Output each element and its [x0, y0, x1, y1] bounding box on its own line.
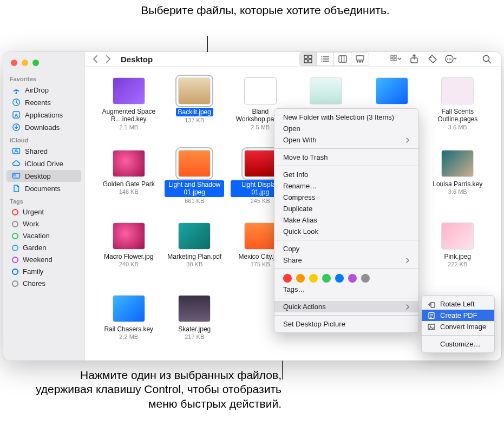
menu-item-label: Rename…: [283, 182, 317, 190]
callout-top: Выберите файлы, которые хотите объединит…: [141, 3, 390, 17]
sidebar-item-desktop[interactable]: Desktop: [6, 170, 81, 182]
tag-color-circle[interactable]: [283, 274, 292, 283]
tag-color-circle[interactable]: [322, 274, 331, 283]
sidebar-item-label: Applications: [25, 111, 63, 119]
tag-color-circle[interactable]: [348, 274, 357, 283]
menu-item-make-alias[interactable]: Make Alias: [274, 214, 418, 226]
sidebar-tag-weekend[interactable]: Weekend: [6, 254, 81, 265]
menu-item-tags[interactable]: Tags…: [274, 284, 418, 295]
sidebar-tag-vacation[interactable]: Vacation: [6, 230, 81, 241]
file-item[interactable]: Golden Gate Park146 KB: [96, 149, 162, 219]
quick-actions-submenu: Rotate LeftCreate PDFConvert ImageCustom…: [421, 295, 495, 353]
file-item[interactable]: Skater.jpeg217 KB: [162, 294, 228, 364]
chevron-right-icon: [405, 138, 410, 143]
menu-item-new-folder-with-selection-3-items[interactable]: New Folder with Selection (3 Items): [274, 112, 418, 123]
zoom-window-button[interactable]: [32, 60, 39, 66]
tag-dot-icon: [12, 269, 18, 275]
menu-item-share[interactable]: Share: [274, 254, 418, 266]
menu-item-rename[interactable]: Rename…: [274, 180, 418, 192]
submenu-item-rotate-left[interactable]: Rotate Left: [422, 298, 494, 310]
tag-button[interactable]: [426, 53, 440, 66]
menu-item-label: Make Alias: [283, 216, 317, 224]
submenu-item-label: Convert Image: [440, 323, 486, 331]
svg-point-18: [321, 61, 322, 62]
svg-rect-39: [431, 303, 435, 307]
tag-color-circle[interactable]: [361, 274, 370, 283]
view-icons-button[interactable]: [299, 53, 317, 66]
menu-item-duplicate[interactable]: Duplicate: [274, 203, 418, 214]
sidebar-item-shared[interactable]: Shared: [6, 145, 81, 157]
view-columns-button[interactable]: [334, 53, 351, 66]
menu-separator: [422, 335, 494, 336]
sidebar-item-recents[interactable]: Recents: [6, 96, 81, 108]
callout-bottom: Нажмите один из выбранных файлов, удержи…: [22, 368, 282, 411]
menu-separator: [274, 269, 418, 269]
file-thumbnail: [244, 77, 277, 104]
menu-item-label: Open With: [283, 136, 316, 144]
menu-item-copy[interactable]: Copy: [274, 243, 418, 254]
sidebar-item-airdrop[interactable]: AirDrop: [6, 84, 81, 96]
sidebar-tag-work[interactable]: Work: [6, 218, 81, 230]
context-menu: New Folder with Selection (3 Items)OpenO…: [274, 108, 419, 333]
menu-item-compress[interactable]: Compress: [274, 192, 418, 203]
sidebar-item-applications[interactable]: AApplications: [6, 109, 81, 121]
svg-rect-24: [359, 61, 361, 63]
view-list-button[interactable]: [317, 53, 334, 66]
menu-separator: [274, 148, 418, 149]
close-window-button[interactable]: [11, 60, 17, 66]
file-size: 2.1 MB: [119, 124, 138, 130]
file-item[interactable]: Backlit.jpeg137 KB: [162, 76, 228, 147]
submenu-item-create-pdf[interactable]: Create PDF: [422, 310, 494, 321]
svg-rect-23: [357, 61, 358, 63]
tag-color-circle[interactable]: [296, 274, 305, 283]
sidebar-tag-chores[interactable]: Chores: [6, 278, 81, 289]
back-button[interactable]: [93, 55, 99, 63]
file-item[interactable]: Macro Flower.jpg240 KB: [96, 221, 162, 292]
file-item[interactable]: Marketing Plan.pdf38 KB: [162, 221, 228, 292]
chevron-right-icon: [405, 304, 410, 310]
tag-color-circle[interactable]: [335, 274, 344, 283]
file-item[interactable]: Light and Shadow 01.jpeg661 KB: [162, 149, 228, 219]
file-item[interactable]: Louisa Parris.key3.6 MB: [425, 149, 491, 219]
group-by-button[interactable]: [389, 53, 403, 66]
desktop-icon: [12, 172, 21, 180]
view-gallery-button[interactable]: [351, 53, 369, 66]
svg-rect-11: [304, 60, 307, 63]
sidebar-tag-family[interactable]: Family: [6, 266, 81, 277]
file-item[interactable]: Augmented Space R…ined.key2.1 MB: [96, 76, 162, 147]
menu-item-get-info[interactable]: Get Info: [274, 169, 418, 180]
submenu-item-convert-image[interactable]: Convert Image: [422, 321, 494, 332]
sidebar-tag-garden[interactable]: Garden: [6, 242, 81, 253]
menu-item-label: Move to Trash: [283, 153, 328, 161]
menu-item-label: Set Desktop Picture: [283, 320, 345, 328]
file-name: Louisa Parris.key: [433, 180, 482, 188]
submenu-item-label: Create PDF: [440, 311, 477, 319]
svg-point-35: [449, 58, 450, 60]
more-button[interactable]: [444, 53, 458, 66]
menu-item-quick-look[interactable]: Quick Look: [274, 226, 418, 237]
menu-item-open[interactable]: Open: [274, 123, 418, 134]
menu-item-quick-actions[interactable]: Quick Actions: [274, 301, 418, 312]
tag-color-circle[interactable]: [309, 274, 318, 283]
menu-item-set-desktop-picture[interactable]: Set Desktop Picture: [274, 318, 418, 330]
file-size: 217 KB: [185, 333, 204, 340]
forward-button[interactable]: [105, 55, 111, 63]
menu-item-open-with[interactable]: Open With: [274, 134, 418, 146]
minimize-window-button[interactable]: [22, 60, 28, 66]
sidebar-item-downloads[interactable]: Downloads: [6, 121, 81, 133]
svg-rect-9: [304, 55, 307, 58]
file-item[interactable]: Rail Chasers.key2.2 MB: [96, 294, 162, 364]
sidebar-item-label: Shared: [25, 147, 48, 155]
menu-item-label: Tags…: [283, 285, 305, 293]
sidebar-item-documents[interactable]: Documents: [6, 182, 81, 194]
svg-point-17: [321, 58, 322, 60]
sidebar-tag-urgent[interactable]: Urgent: [6, 206, 81, 218]
submenu-item-customize[interactable]: Customize…: [422, 338, 494, 350]
svg-point-45: [430, 325, 431, 326]
share-button[interactable]: [407, 53, 421, 66]
file-item[interactable]: Fall Scents Outline.pages3.6 MB: [425, 76, 491, 147]
file-item[interactable]: Pink.jpeg222 KB: [425, 221, 491, 292]
sidebar-item-icloud-drive[interactable]: iCloud Drive: [6, 158, 81, 169]
search-button[interactable]: [480, 53, 494, 66]
menu-item-move-to-trash[interactable]: Move to Trash: [274, 152, 418, 163]
